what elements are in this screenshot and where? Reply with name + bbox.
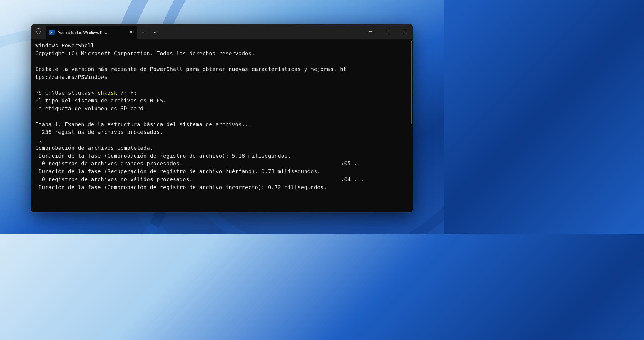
command: chkdsk (98, 90, 117, 96)
output-line: Instale la versión más reciente de Power… (35, 66, 347, 72)
output-line: La etiqueta de volumen es SD-card. (35, 105, 147, 111)
minimize-button[interactable] (362, 24, 379, 39)
tab-close-button[interactable]: ✕ (129, 30, 133, 35)
output-line: Copyright (C) Microsoft Corporation. Tod… (35, 50, 255, 56)
tab-dropdown-button[interactable] (149, 26, 161, 39)
output-line: . (35, 137, 42, 143)
output-line: Duración de la fase (Comprobación de reg… (35, 184, 327, 190)
output-line: Duración de la fase (Comprobación de reg… (35, 153, 291, 159)
output-line: tps://aka.ms/PSWindows (35, 74, 107, 80)
output-time: :04 ... (341, 176, 364, 182)
close-button[interactable] (396, 24, 413, 39)
maximize-button[interactable] (379, 24, 396, 39)
shield-icon (36, 28, 41, 35)
titlebar[interactable]: >_ Administrador: Windows Pow ✕ + (31, 24, 413, 39)
command-args: /r F: (117, 90, 137, 96)
powershell-icon: >_ (49, 30, 55, 35)
terminal-window: >_ Administrador: Windows Pow ✕ + Window… (31, 24, 413, 212)
window-controls (362, 24, 413, 39)
tab-title: Administrador: Windows Pow (58, 30, 107, 35)
output-line: 256 registros de archivos procesados. (35, 129, 163, 135)
terminal-body[interactable]: Windows PowerShell Copyright (C) Microso… (31, 39, 413, 212)
output-line: Duración de la fase (Recuperación de reg… (35, 168, 320, 174)
svg-rect-1 (386, 30, 389, 33)
output-time: :05 .. (341, 160, 361, 166)
output-line: 0 registros de archivos grandes procesad… (35, 160, 341, 168)
new-tab-button[interactable]: + (137, 26, 149, 39)
prompt: PS C:\Users\lukas> (35, 90, 98, 96)
tab-active[interactable]: >_ Administrador: Windows Pow ✕ (46, 26, 137, 39)
output-line: Windows PowerShell (35, 42, 94, 49)
admin-shield-area (31, 24, 46, 39)
titlebar-drag-area[interactable] (161, 24, 362, 39)
output-line: El tipo del sistema de archivos es NTFS. (35, 97, 166, 104)
output-line: Etapa 1: Examen de la estructura básica … (35, 121, 252, 127)
output-line: 0 registros de archivos no válidos proce… (35, 176, 341, 184)
scrollbar[interactable] (411, 41, 412, 124)
output-line: Comprobación de archivos completada. (35, 145, 153, 151)
